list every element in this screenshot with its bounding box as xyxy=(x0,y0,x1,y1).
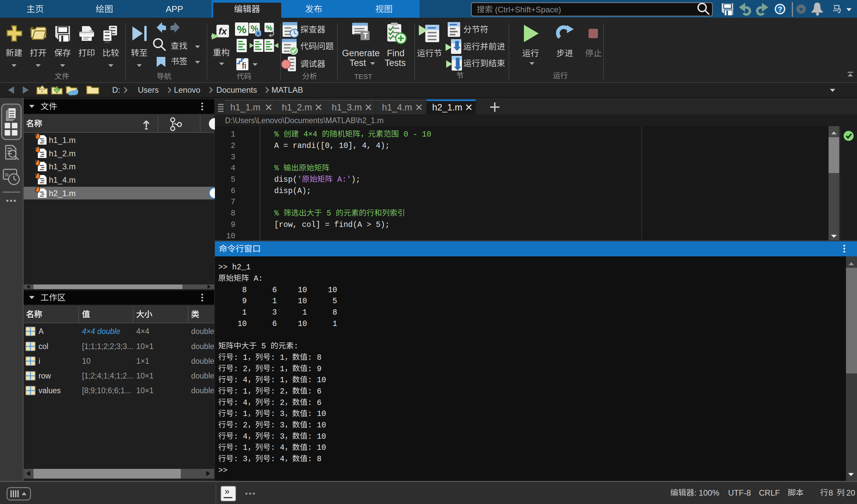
svg-text:: 2: : 2 xyxy=(270,399,284,407)
svg-text:%: % xyxy=(274,209,284,218)
svg-text:2: 2 xyxy=(231,141,235,150)
svg-text::: : xyxy=(293,342,298,351)
svg-text:4×4: 4×4 xyxy=(136,327,149,336)
svg-text:h1_4.m: h1_4.m xyxy=(49,175,75,184)
svg-text:double: double xyxy=(191,371,214,380)
svg-text:row: row xyxy=(38,371,51,380)
svg-text:Generate: Generate xyxy=(342,48,380,58)
svg-text:values: values xyxy=(38,386,61,395)
svg-text:A: A xyxy=(38,327,44,336)
svg-text:: 10: : 10 xyxy=(308,376,326,385)
svg-text:10×1: 10×1 xyxy=(136,371,154,380)
svg-text:double: double xyxy=(191,386,214,395)
svg-text:6: 6 xyxy=(272,320,277,328)
svg-text:: 6: : 6 xyxy=(308,387,321,396)
svg-text:>> h2_1: >> h2_1 xyxy=(218,263,251,272)
svg-text:Tests: Tests xyxy=(385,58,406,68)
svg-text:T: T xyxy=(363,32,368,40)
svg-text:1: 1 xyxy=(272,297,277,305)
svg-text:h1_2.m: h1_2.m xyxy=(49,149,75,158)
svg-text:h1_2.m: h1_2.m xyxy=(282,102,312,113)
svg-text:10: 10 xyxy=(82,357,91,366)
svg-text:Lenovo: Lenovo xyxy=(174,85,201,95)
svg-text:h2_1.m: h2_1.m xyxy=(49,189,75,198)
svg-text:double: double xyxy=(191,327,214,336)
svg-text:: 1: : 1 xyxy=(270,365,284,373)
svg-text:1×1: 1×1 xyxy=(136,357,149,366)
svg-text:: 100%: : 100% xyxy=(694,488,719,497)
svg-text:: 4: : 4 xyxy=(270,455,284,464)
svg-text:A = randi([0, 10], 4, 4);: A = randi([0, 10], 4, 4); xyxy=(274,141,390,150)
svg-text:: 3: : 3 xyxy=(270,421,284,430)
svg-text:x: x xyxy=(256,30,260,36)
svg-text:5: 5 xyxy=(332,297,337,305)
svg-text:: 2: : 2 xyxy=(234,421,247,430)
svg-text:Test: Test xyxy=(350,58,366,68)
svg-text:(Ctrl+Shift+Space): (Ctrl+Shift+Space) xyxy=(493,5,561,14)
svg-text:5: 5 xyxy=(322,209,336,218)
svg-text:10: 10 xyxy=(237,320,247,328)
svg-text:D:: D: xyxy=(112,85,120,95)
svg-text:10×1: 10×1 xyxy=(136,386,154,395)
svg-text:»: » xyxy=(225,486,229,496)
svg-text:1: 1 xyxy=(332,320,337,328)
svg-text:h1_1.m: h1_1.m xyxy=(49,136,75,145)
svg-text:: 1: : 1 xyxy=(234,387,247,396)
svg-text:[8;9;10;6;6;1...: [8;9;10;6;6;1... xyxy=(82,386,131,395)
svg-text:5: 5 xyxy=(231,175,235,184)
svg-text:i: i xyxy=(38,357,40,366)
svg-text:APP: APP xyxy=(166,4,183,14)
svg-text:: 3: : 3 xyxy=(270,409,284,418)
svg-text:Find: Find xyxy=(387,48,405,58)
svg-text:fx: fx xyxy=(219,26,227,36)
svg-text:6: 6 xyxy=(231,187,235,196)
svg-text:: 1: : 1 xyxy=(270,376,284,385)
svg-text:col: col xyxy=(38,342,48,351)
svg-text:%: % xyxy=(274,130,284,139)
svg-text:5: 5 xyxy=(257,342,270,351)
svg-text:: 9: : 9 xyxy=(308,365,321,373)
svg-text:: 1: : 1 xyxy=(234,409,247,418)
svg-text:3: 3 xyxy=(272,308,277,317)
svg-text:: 8: : 8 xyxy=(308,353,321,362)
svg-text:>>: >> xyxy=(218,466,228,475)
svg-text:4×4 double: 4×4 double xyxy=(82,327,120,336)
svg-text:h1_1.m: h1_1.m xyxy=(230,102,261,113)
svg-text:': ' xyxy=(297,175,302,184)
svg-text:CRLF: CRLF xyxy=(759,488,780,497)
svg-text:fi: fi xyxy=(242,61,246,71)
svg-text:: 4: : 4 xyxy=(234,432,247,441)
svg-text:: 10: : 10 xyxy=(308,409,326,418)
svg-text:: 3: : 3 xyxy=(234,455,247,464)
svg-text:h1_3.m: h1_3.m xyxy=(332,102,362,113)
svg-text:9: 9 xyxy=(242,297,247,305)
svg-text:4: 4 xyxy=(231,164,235,173)
svg-text:%: % xyxy=(266,24,272,32)
svg-text:disp(: disp( xyxy=(274,175,297,184)
svg-text:1: 1 xyxy=(242,308,247,317)
svg-text:»: » xyxy=(5,170,9,179)
svg-text:8: 8 xyxy=(242,286,247,295)
svg-text:7: 7 xyxy=(231,198,235,206)
svg-text:: 1: : 1 xyxy=(234,443,247,452)
svg-text:: 4: : 4 xyxy=(234,376,247,385)
svg-text:: 1: : 1 xyxy=(234,353,247,362)
svg-text:);: ); xyxy=(351,175,360,184)
svg-text:8: 8 xyxy=(231,209,235,218)
svg-text:10×1: 10×1 xyxy=(136,342,154,351)
svg-text:MATLAB: MATLAB xyxy=(271,85,303,95)
svg-text:: 6: : 6 xyxy=(308,399,321,407)
svg-text:disp(A);: disp(A); xyxy=(274,187,311,196)
svg-text:10: 10 xyxy=(226,232,235,241)
svg-text:8: 8 xyxy=(828,488,833,497)
svg-text:: 3: : 3 xyxy=(270,432,284,441)
svg-text:6: 6 xyxy=(272,286,277,295)
svg-text:%: % xyxy=(237,23,246,35)
svg-text:: 10: : 10 xyxy=(308,443,326,452)
svg-text:[1;2;4;1;4;1;2...: [1;2;4;1;4;1;2... xyxy=(82,371,133,380)
svg-text:Users: Users xyxy=(138,85,159,95)
svg-text:h1_4.m: h1_4.m xyxy=(382,102,412,113)
svg-text:10: 10 xyxy=(298,320,307,328)
svg-text:?: ? xyxy=(778,5,782,13)
svg-text:double: double xyxy=(191,357,214,366)
